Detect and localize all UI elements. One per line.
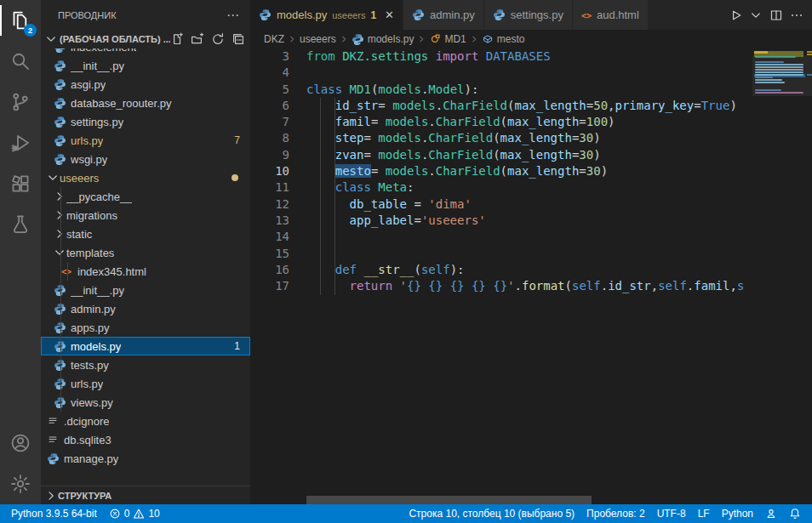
tree-item-.dcignore[interactable]: .dcignore bbox=[41, 412, 250, 430]
tab-models.py[interactable]: models.pyuseeers1✕ bbox=[250, 0, 403, 30]
tree-item-settings.py[interactable]: settings.py bbox=[41, 112, 250, 131]
tree-item-useeers[interactable]: useeers bbox=[41, 168, 250, 187]
line-number: 14 bbox=[250, 229, 289, 245]
error-count: 0 bbox=[124, 508, 130, 520]
tab-aud.html[interactable]: <>aud.html bbox=[573, 0, 649, 30]
activity-explorer[interactable]: 2 bbox=[0, 0, 41, 41]
code-line-9[interactable]: 9 zvan= models.CharField(max_length=30) bbox=[250, 147, 752, 163]
breadcrumb-item-useeers[interactable]: useeers bbox=[300, 33, 336, 45]
tree-item-asgi.py[interactable]: asgi.py bbox=[41, 75, 250, 94]
tree-item-views.py[interactable]: views.py bbox=[41, 393, 250, 412]
feedback-button[interactable] bbox=[759, 504, 783, 523]
close-icon[interactable]: ✕ bbox=[385, 9, 394, 21]
problems-status[interactable]: 010 bbox=[103, 504, 166, 523]
refresh-icon[interactable] bbox=[211, 32, 225, 46]
field-icon bbox=[482, 33, 494, 45]
py-file-icon bbox=[46, 452, 60, 465]
code-line-4[interactable]: 4 bbox=[250, 65, 752, 81]
minimap-slider[interactable] bbox=[752, 55, 812, 96]
breadcrumb-item-DKZ[interactable]: DKZ bbox=[264, 33, 284, 45]
tree-item-wsgi.py[interactable]: wsgi.py bbox=[41, 150, 250, 168]
tree-item-label: asgi.py bbox=[71, 78, 106, 91]
tab-settings.py[interactable]: settings.py bbox=[484, 0, 573, 30]
encoding-status[interactable]: UTF-8 bbox=[651, 504, 692, 523]
breadcrumb-item-mesto[interactable]: mesto bbox=[482, 33, 525, 45]
language-mode-status[interactable]: Python bbox=[716, 504, 759, 523]
code-line-14[interactable]: 14 bbox=[250, 229, 752, 245]
code-line-5[interactable]: 5class MD1(models.Model): bbox=[250, 82, 752, 98]
tree-item-__pycache__[interactable]: __pycache__ bbox=[41, 187, 250, 206]
tree-item-db.sqlite3[interactable]: db.sqlite3 bbox=[41, 430, 250, 449]
new-file-icon[interactable] bbox=[170, 32, 184, 46]
tree-item-admin.py[interactable]: admin.py bbox=[41, 299, 250, 318]
code-line-10[interactable]: 10 mesto= models.CharField(max_length=30… bbox=[250, 163, 752, 179]
tree-indent-guide bbox=[67, 262, 68, 281]
chevron-down-icon bbox=[53, 246, 66, 259]
python-interpreter-status[interactable]: Python 3.9.5 64-bit bbox=[5, 504, 103, 523]
new-folder-icon[interactable] bbox=[191, 32, 204, 46]
more-actions-icon[interactable]: ⋯ bbox=[226, 8, 240, 23]
line-number: 6 bbox=[250, 98, 289, 114]
activity-search[interactable] bbox=[0, 41, 41, 82]
code-line-3[interactable]: 3from DKZ.settings import DATABASES bbox=[250, 48, 752, 65]
activity-source-control[interactable] bbox=[0, 82, 41, 122]
tree-item-templates[interactable]: templates bbox=[41, 243, 250, 262]
bell-icon bbox=[789, 508, 801, 520]
code-line-6[interactable]: 6 id_str= models.CharField(max_length=50… bbox=[250, 98, 752, 114]
code-line-8[interactable]: 8 step= models.CharField(max_length=30) bbox=[250, 130, 752, 146]
tree-item-urls.py[interactable]: urls.py bbox=[41, 374, 250, 393]
notifications-bell[interactable] bbox=[783, 504, 807, 523]
tab-admin.py[interactable]: admin.py bbox=[403, 0, 484, 30]
tree-item-label: db.sqlite3 bbox=[64, 434, 112, 446]
minimap[interactable] bbox=[752, 48, 812, 504]
code-line-text: db_table = 'dima' bbox=[306, 196, 472, 213]
tree-item-tests.py[interactable]: tests.py bbox=[41, 355, 250, 374]
tree-item-models.py[interactable]: models.py1 bbox=[41, 337, 250, 355]
cursor-position-status[interactable]: Строка 10, столбец 10 (выбрано 5) bbox=[403, 504, 580, 523]
breadcrumb-item-MD1[interactable]: MD1 bbox=[429, 33, 466, 45]
indentation-status[interactable]: Пробелов: 2 bbox=[580, 504, 651, 523]
breadcrumb-label: useeers bbox=[300, 33, 336, 45]
outline-section-header[interactable]: СТРУКТУРА bbox=[41, 486, 250, 504]
code-editor[interactable]: 3from DKZ.settings import DATABASES45cla… bbox=[250, 48, 752, 504]
split-editor-button[interactable] bbox=[768, 7, 785, 24]
horizontal-scrollbar[interactable] bbox=[306, 496, 592, 504]
eol-status[interactable]: LF bbox=[692, 504, 716, 523]
tree-item-manage.py[interactable]: manage.py bbox=[41, 449, 250, 468]
tree-item-__init__.py[interactable]: __init__.py bbox=[41, 281, 250, 299]
list-file-icon bbox=[46, 434, 60, 446]
tree-item-indexelement[interactable]: indexelement bbox=[41, 48, 250, 56]
editor-more-actions[interactable] bbox=[788, 7, 805, 24]
run-dropdown[interactable] bbox=[747, 7, 764, 24]
tree-item-__init__.py[interactable]: __init__.py bbox=[41, 56, 250, 75]
activity-run-debug[interactable] bbox=[0, 122, 41, 163]
run-button[interactable] bbox=[727, 7, 744, 24]
file-tree: indexelement__init__.pyasgi.pydatabase_r… bbox=[41, 48, 250, 486]
code-line-16[interactable]: 16 def __str__(self): bbox=[250, 262, 752, 278]
tree-item-database_roouter.py[interactable]: database_roouter.py bbox=[41, 94, 250, 112]
html-file-icon: <> bbox=[60, 267, 73, 276]
code-line-15[interactable]: 15 bbox=[250, 246, 752, 262]
tree-item-urls.py[interactable]: urls.py7 bbox=[41, 131, 250, 150]
tree-item-label: index345.html bbox=[77, 265, 146, 278]
activity-extensions[interactable] bbox=[0, 163, 41, 204]
tree-item-migrations[interactable]: migrations bbox=[41, 206, 250, 225]
tree-item-index345.html[interactable]: <>index345.html bbox=[41, 262, 250, 281]
warning-icon bbox=[133, 508, 145, 520]
search-icon bbox=[10, 51, 31, 71]
breadcrumb-item-models.py[interactable]: models.py bbox=[352, 33, 415, 46]
code-line-7[interactable]: 7 famil= models.CharField(max_length=100… bbox=[250, 114, 752, 130]
workspace-section-header[interactable]: (РАБОЧАЯ ОБЛАСТЬ) ... bbox=[41, 30, 250, 48]
sidebar-header: ПРОВОДНИК ⋯ bbox=[41, 0, 250, 30]
activity-account[interactable] bbox=[0, 423, 41, 463]
activity-testing[interactable] bbox=[0, 204, 41, 245]
code-line-17[interactable]: 17 return '{} {} {} {} {}'.format(self.i… bbox=[250, 278, 752, 294]
code-line-12[interactable]: 12 db_table = 'dima' bbox=[250, 196, 752, 213]
collapse-all-icon[interactable] bbox=[232, 32, 245, 46]
tree-indent-guide bbox=[60, 187, 61, 412]
tree-item-static[interactable]: static bbox=[41, 225, 250, 243]
tree-item-apps.py[interactable]: apps.py bbox=[41, 318, 250, 337]
code-line-11[interactable]: 11 class Meta: bbox=[250, 179, 752, 196]
code-line-13[interactable]: 13 app_label='useeers' bbox=[250, 213, 752, 229]
activity-settings[interactable] bbox=[0, 463, 41, 504]
